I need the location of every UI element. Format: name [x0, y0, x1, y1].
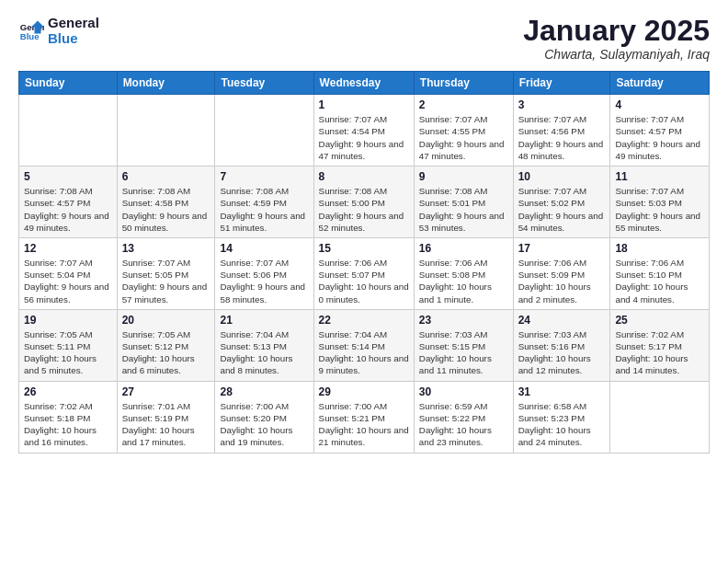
day-info: Sunrise: 7:08 AMSunset: 4:59 PMDaylight:…	[220, 185, 308, 234]
calendar-cell: 29Sunrise: 7:00 AMSunset: 5:21 PMDayligh…	[313, 381, 414, 453]
page-header: General Blue General Blue January 2025 C…	[18, 15, 710, 62]
calendar-week-row: 1Sunrise: 7:07 AMSunset: 4:54 PMDaylight…	[19, 95, 710, 167]
day-number: 23	[419, 314, 508, 327]
day-info: Sunrise: 7:07 AMSunset: 5:03 PMDaylight:…	[615, 185, 704, 234]
day-number: 25	[615, 314, 704, 327]
calendar-cell	[610, 381, 710, 453]
day-info: Sunrise: 7:07 AMSunset: 4:56 PMDaylight:…	[518, 113, 606, 162]
calendar-cell: 3Sunrise: 7:07 AMSunset: 4:56 PMDaylight…	[513, 95, 610, 167]
day-info: Sunrise: 7:01 AMSunset: 5:19 PMDaylight:…	[122, 400, 210, 449]
day-info: Sunrise: 7:07 AMSunset: 5:04 PMDaylight:…	[24, 257, 112, 305]
month-title: January 2025	[523, 15, 710, 47]
calendar-cell: 25Sunrise: 7:02 AMSunset: 5:17 PMDayligh…	[610, 309, 710, 381]
day-number: 10	[518, 170, 606, 183]
calendar-cell: 22Sunrise: 7:04 AMSunset: 5:14 PMDayligh…	[313, 309, 414, 381]
calendar-cell: 9Sunrise: 7:08 AMSunset: 5:01 PMDaylight…	[414, 167, 513, 238]
day-number: 13	[122, 242, 210, 255]
day-info: Sunrise: 7:02 AMSunset: 5:18 PMDaylight:…	[24, 400, 112, 449]
day-info: Sunrise: 7:08 AMSunset: 5:00 PMDaylight:…	[319, 185, 409, 234]
calendar-cell: 6Sunrise: 7:08 AMSunset: 4:58 PMDaylight…	[117, 167, 215, 238]
calendar-cell	[215, 95, 313, 167]
day-number: 8	[319, 170, 409, 183]
calendar-cell: 7Sunrise: 7:08 AMSunset: 4:59 PMDaylight…	[215, 167, 313, 238]
calendar-table: Sunday Monday Tuesday Wednesday Thursday…	[18, 71, 710, 453]
day-number: 3	[518, 98, 606, 111]
header-monday: Monday	[117, 72, 215, 95]
header-friday: Friday	[513, 72, 610, 95]
day-number: 20	[122, 314, 210, 327]
day-info: Sunrise: 7:08 AMSunset: 4:57 PMDaylight:…	[24, 185, 112, 234]
day-number: 29	[319, 385, 409, 398]
day-info: Sunrise: 7:05 AMSunset: 5:11 PMDaylight:…	[24, 328, 112, 377]
weekday-header-row: Sunday Monday Tuesday Wednesday Thursday…	[19, 72, 710, 95]
calendar-cell: 5Sunrise: 7:08 AMSunset: 4:57 PMDaylight…	[19, 167, 118, 238]
day-number: 9	[419, 170, 508, 183]
day-number: 5	[24, 170, 112, 183]
day-number: 14	[220, 242, 308, 255]
calendar-cell: 4Sunrise: 7:07 AMSunset: 4:57 PMDaylight…	[610, 95, 710, 167]
title-block: January 2025 Chwarta, Sulaymaniyah, Iraq	[523, 15, 710, 62]
day-info: Sunrise: 6:58 AMSunset: 5:23 PMDaylight:…	[518, 400, 606, 449]
day-info: Sunrise: 7:00 AMSunset: 5:20 PMDaylight:…	[220, 400, 308, 449]
day-info: Sunrise: 7:03 AMSunset: 5:15 PMDaylight:…	[419, 328, 508, 377]
day-number: 30	[419, 385, 508, 398]
day-number: 7	[220, 170, 308, 183]
day-info: Sunrise: 7:07 AMSunset: 4:57 PMDaylight:…	[615, 113, 704, 162]
header-thursday: Thursday	[414, 72, 513, 95]
calendar-cell: 12Sunrise: 7:07 AMSunset: 5:04 PMDayligh…	[19, 237, 118, 309]
calendar-cell: 17Sunrise: 7:06 AMSunset: 5:09 PMDayligh…	[513, 237, 610, 309]
day-number: 17	[518, 242, 606, 255]
calendar-cell: 24Sunrise: 7:03 AMSunset: 5:16 PMDayligh…	[513, 309, 610, 381]
day-info: Sunrise: 7:07 AMSunset: 4:55 PMDaylight:…	[419, 113, 508, 162]
day-number: 24	[518, 314, 606, 327]
day-info: Sunrise: 7:03 AMSunset: 5:16 PMDaylight:…	[518, 328, 606, 377]
day-info: Sunrise: 7:08 AMSunset: 4:58 PMDaylight:…	[122, 185, 210, 234]
calendar-cell: 8Sunrise: 7:08 AMSunset: 5:00 PMDaylight…	[313, 167, 414, 238]
day-number: 28	[220, 385, 308, 398]
calendar-cell: 18Sunrise: 7:06 AMSunset: 5:10 PMDayligh…	[610, 237, 710, 309]
day-number: 26	[24, 385, 112, 398]
day-info: Sunrise: 7:07 AMSunset: 5:05 PMDaylight:…	[122, 257, 210, 305]
day-number: 18	[615, 242, 704, 255]
calendar-cell: 11Sunrise: 7:07 AMSunset: 5:03 PMDayligh…	[610, 167, 710, 238]
calendar-cell: 27Sunrise: 7:01 AMSunset: 5:19 PMDayligh…	[117, 381, 215, 453]
day-info: Sunrise: 7:04 AMSunset: 5:13 PMDaylight:…	[220, 328, 308, 377]
day-number: 21	[220, 314, 308, 327]
day-number: 4	[615, 98, 704, 111]
calendar-cell: 14Sunrise: 7:07 AMSunset: 5:06 PMDayligh…	[215, 237, 313, 309]
day-number: 11	[615, 170, 704, 183]
day-info: Sunrise: 7:06 AMSunset: 5:10 PMDaylight:…	[615, 257, 704, 305]
location-subtitle: Chwarta, Sulaymaniyah, Iraq	[523, 47, 710, 62]
calendar-cell: 26Sunrise: 7:02 AMSunset: 5:18 PMDayligh…	[19, 381, 118, 453]
calendar-cell: 10Sunrise: 7:07 AMSunset: 5:02 PMDayligh…	[513, 167, 610, 238]
calendar-cell: 23Sunrise: 7:03 AMSunset: 5:15 PMDayligh…	[414, 309, 513, 381]
day-info: Sunrise: 7:06 AMSunset: 5:09 PMDaylight:…	[518, 257, 606, 305]
day-number: 15	[319, 242, 409, 255]
day-number: 22	[319, 314, 409, 327]
calendar-cell: 28Sunrise: 7:00 AMSunset: 5:20 PMDayligh…	[215, 381, 313, 453]
day-number: 2	[419, 98, 508, 111]
day-number: 31	[518, 385, 606, 398]
day-info: Sunrise: 7:05 AMSunset: 5:12 PMDaylight:…	[122, 328, 210, 377]
calendar-cell: 15Sunrise: 7:06 AMSunset: 5:07 PMDayligh…	[313, 237, 414, 309]
calendar-cell	[19, 95, 118, 167]
day-info: Sunrise: 7:02 AMSunset: 5:17 PMDaylight:…	[615, 328, 704, 377]
day-number: 27	[122, 385, 210, 398]
calendar-cell: 20Sunrise: 7:05 AMSunset: 5:12 PMDayligh…	[117, 309, 215, 381]
calendar-cell: 19Sunrise: 7:05 AMSunset: 5:11 PMDayligh…	[19, 309, 118, 381]
day-info: Sunrise: 7:06 AMSunset: 5:07 PMDaylight:…	[319, 257, 409, 305]
header-tuesday: Tuesday	[215, 72, 313, 95]
calendar-week-row: 12Sunrise: 7:07 AMSunset: 5:04 PMDayligh…	[19, 237, 710, 309]
calendar-week-row: 19Sunrise: 7:05 AMSunset: 5:11 PMDayligh…	[19, 309, 710, 381]
day-number: 1	[319, 98, 409, 111]
calendar-cell: 30Sunrise: 6:59 AMSunset: 5:22 PMDayligh…	[414, 381, 513, 453]
day-number: 12	[24, 242, 112, 255]
calendar-week-row: 26Sunrise: 7:02 AMSunset: 5:18 PMDayligh…	[19, 381, 710, 453]
calendar-cell: 13Sunrise: 7:07 AMSunset: 5:05 PMDayligh…	[117, 237, 215, 309]
calendar-cell	[117, 95, 215, 167]
header-wednesday: Wednesday	[313, 72, 414, 95]
day-info: Sunrise: 7:07 AMSunset: 4:54 PMDaylight:…	[319, 113, 409, 162]
calendar-week-row: 5Sunrise: 7:08 AMSunset: 4:57 PMDaylight…	[19, 167, 710, 238]
day-info: Sunrise: 7:04 AMSunset: 5:14 PMDaylight:…	[319, 328, 409, 377]
logo-blue: Blue	[48, 30, 99, 46]
